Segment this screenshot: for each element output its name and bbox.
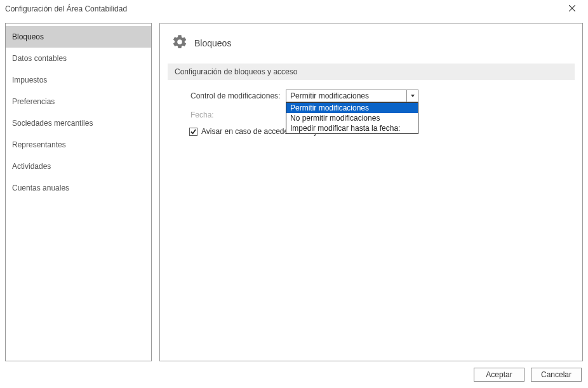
combo-value: Permitir modificaciones — [286, 91, 406, 100]
sidebar-item-1[interactable]: Datos contables — [6, 48, 151, 69]
sidebar-item-2[interactable]: Impuestos — [6, 69, 151, 91]
accept-button[interactable]: Aceptar — [474, 368, 525, 382]
sidebar-item-3[interactable]: Preferencias — [6, 91, 151, 112]
combo-dropdown-button[interactable] — [406, 90, 418, 102]
dropdown-option-1[interactable]: No permitir modificaciones — [286, 113, 418, 123]
row-control-modificaciones: Control de modificaciones: Permitir modi… — [190, 89, 568, 103]
sidebar: BloqueosDatos contablesImpuestosPreferen… — [5, 23, 152, 361]
panel-header: Bloqueos — [171, 34, 575, 52]
content-area: BloqueosDatos contablesImpuestosPreferen… — [0, 18, 588, 364]
cancel-button[interactable]: Cancelar — [531, 368, 582, 382]
sidebar-item-0[interactable]: Bloqueos — [6, 26, 151, 48]
panel-title: Bloqueos — [194, 38, 231, 48]
control-modificaciones-combo[interactable]: Permitir modificaciones Permitir modific… — [286, 90, 418, 102]
dropdown-option-0[interactable]: Permitir modificaciones — [286, 103, 418, 113]
sidebar-item-5[interactable]: Representantes — [6, 134, 151, 156]
close-icon — [569, 5, 575, 11]
window-title: Configuración del Área Contabilidad — [5, 4, 561, 13]
title-bar: Configuración del Área Contabilidad — [0, 0, 588, 18]
check-icon — [190, 129, 196, 135]
chevron-down-icon — [411, 95, 415, 97]
sidebar-item-6[interactable]: Actividades — [6, 156, 151, 177]
control-modificaciones-label: Control de modificaciones: — [190, 91, 286, 100]
group-title: Configuración de bloqueos y acceso — [168, 64, 575, 80]
sidebar-item-4[interactable]: Sociedades mercantiles — [6, 112, 151, 134]
group-box: Configuración de bloqueos y acceso Contr… — [168, 64, 575, 142]
main-panel: Bloqueos Configuración de bloqueos y acc… — [159, 23, 583, 361]
close-button[interactable] — [561, 4, 583, 13]
dialog-footer: Aceptar Cancelar — [0, 364, 588, 385]
gear-icon — [171, 34, 188, 52]
combo-dropdown-list: Permitir modificacionesNo permitir modif… — [286, 102, 418, 134]
fecha-label: Fecha: — [190, 110, 286, 119]
sidebar-item-7[interactable]: Cuentas anuales — [6, 177, 151, 199]
group-body: Control de modificaciones: Permitir modi… — [168, 80, 575, 142]
avisar-checkbox[interactable] — [189, 128, 197, 136]
dropdown-option-2[interactable]: Impedir modificar hasta la fecha: — [286, 123, 418, 133]
